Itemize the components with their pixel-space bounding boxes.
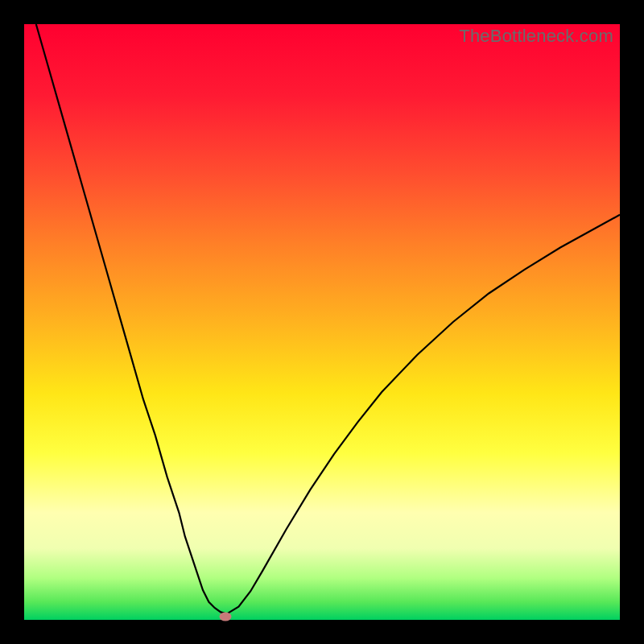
min-marker (220, 612, 232, 621)
plot-area: TheBottleneck.com (24, 24, 620, 620)
bottleneck-curve-path (36, 24, 620, 614)
curve-svg (24, 24, 620, 620)
chart-container: TheBottleneck.com (0, 0, 644, 644)
